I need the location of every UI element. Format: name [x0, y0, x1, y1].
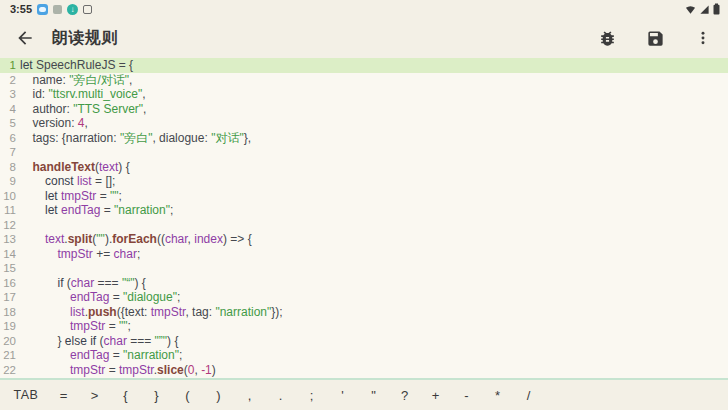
code-token-id: tmpStr	[70, 319, 105, 333]
code-token-pl: ,	[85, 116, 88, 130]
code-token-id: char	[114, 247, 137, 261]
code-token-id: char	[71, 276, 94, 290]
code-line[interactable]: 21endTag = "narration";	[0, 348, 728, 363]
line-number: 15	[0, 261, 16, 276]
code-text: let tmpStr = "";	[20, 189, 122, 204]
code-line[interactable]: 3id: "ttsrv.multi_voice",	[0, 87, 728, 102]
code-token-str: ""	[96, 232, 105, 246]
debug-button[interactable]	[596, 27, 618, 49]
overflow-menu-button[interactable]	[692, 27, 714, 49]
code-line[interactable]: 5version: 4,	[0, 116, 728, 131]
code-token-id: text	[45, 232, 64, 246]
symbol-key[interactable]: {	[110, 380, 141, 410]
symbol-key[interactable]: ,	[234, 380, 265, 410]
code-text: endTag = "dialogue";	[20, 290, 180, 305]
code-token-pl: ,	[143, 102, 146, 116]
symbol-key[interactable]: -	[451, 380, 482, 410]
code-token-str: "旁白"	[120, 131, 153, 145]
code-token-fn: split	[68, 232, 93, 246]
code-token-id: index	[194, 232, 223, 246]
code-token-fn: slice	[157, 363, 184, 377]
code-token-pl: ) {	[134, 276, 145, 290]
line-number: 7	[0, 145, 16, 160]
code-line[interactable]: 20} else if (char === "”") {	[0, 334, 728, 349]
symbol-key[interactable]: +	[420, 380, 451, 410]
line-number: 9	[0, 174, 16, 189]
code-line[interactable]: 17endTag = "dialogue";	[0, 290, 728, 305]
symbol-key[interactable]: .	[265, 380, 296, 410]
code-line[interactable]: 22tmpStr = tmpStr.slice(0, -1)	[0, 363, 728, 378]
code-token-id: text	[99, 160, 118, 174]
back-arrow-icon	[15, 28, 35, 48]
mini-app-icon	[53, 5, 62, 14]
code-line[interactable]: 7	[0, 145, 728, 160]
symbol-key[interactable]: }	[141, 380, 172, 410]
back-button[interactable]	[12, 25, 38, 51]
line-number: 13	[0, 232, 16, 247]
code-line[interactable]: 11let endTag = "narration";	[0, 203, 728, 218]
symbol-key[interactable]: /	[513, 380, 544, 410]
symbol-key[interactable]: "	[358, 380, 389, 410]
tab-key[interactable]: TAB	[4, 380, 48, 410]
code-line[interactable]: 15	[0, 261, 728, 276]
code-token-pl: }	[58, 334, 65, 348]
code-token-pl: , dialogue:	[152, 131, 211, 145]
code-token-pl: ;	[119, 189, 122, 203]
code-token-kw: const	[45, 174, 74, 188]
code-text: tmpStr = "";	[20, 319, 131, 334]
code-token-kw: let	[45, 189, 58, 203]
line-number: 2	[0, 73, 16, 88]
line-number: 14	[0, 247, 16, 262]
code-token-id: list	[70, 305, 85, 319]
line-number: 4	[0, 102, 16, 117]
code-line[interactable]: 4author: "TTS Server",	[0, 102, 728, 117]
symbol-key[interactable]: ?	[389, 380, 420, 410]
code-text: const list = [];	[20, 174, 115, 189]
code-token-pl: ;	[128, 319, 131, 333]
code-line[interactable]: 8handleText(text) {	[0, 160, 728, 175]
code-token-pl: =	[100, 203, 114, 217]
symbol-key[interactable]: ;	[296, 380, 327, 410]
code-line[interactable]: 1let SpeechRuleJS = {	[0, 58, 728, 73]
save-button[interactable]	[644, 27, 666, 49]
code-line[interactable]: 12	[0, 218, 728, 233]
code-token-pl: = [];	[92, 174, 116, 188]
symbol-key[interactable]: *	[482, 380, 513, 410]
code-token-pl: (	[96, 334, 103, 348]
line-number: 8	[0, 160, 16, 175]
code-token-str: "narration"	[123, 348, 179, 362]
code-line[interactable]: 13text.split("").forEach((char, index) =…	[0, 232, 728, 247]
code-token-pl: =	[105, 319, 119, 333]
code-line[interactable]: 18list.push({text: tmpStr, tag: "narrati…	[0, 305, 728, 320]
code-line[interactable]: 14tmpStr += char;	[0, 247, 728, 262]
code-editor[interactable]: 1let SpeechRuleJS = {2name: "旁白/对话",3id:…	[0, 58, 728, 378]
code-line[interactable]: 16if (char === "“") {	[0, 276, 728, 291]
code-token-str: "narration"	[215, 305, 271, 319]
symbol-key[interactable]: (	[172, 380, 203, 410]
code-line[interactable]: 9const list = [];	[0, 174, 728, 189]
code-text: endTag = "narration";	[20, 348, 182, 363]
code-token-pl: ;	[170, 203, 173, 217]
code-token-pl: ) {	[167, 334, 178, 348]
line-number: 11	[0, 203, 16, 218]
code-token-str: "dialogue"	[123, 290, 177, 304]
symbol-key[interactable]: )	[203, 380, 234, 410]
cellular-signal-icon	[699, 4, 710, 15]
code-token-pl: =	[109, 348, 123, 362]
code-token-pl: , tag:	[185, 305, 215, 319]
code-line[interactable]: 2name: "旁白/对话",	[0, 73, 728, 88]
bug-icon	[598, 29, 617, 48]
code-line[interactable]: 10let tmpStr = "";	[0, 189, 728, 204]
code-text: tags: {narration: "旁白", dialogue: "对话"},	[20, 131, 251, 146]
code-line[interactable]: 19tmpStr = "";	[0, 319, 728, 334]
code-line[interactable]: 6tags: {narration: "旁白", dialogue: "对话"}…	[0, 131, 728, 146]
code-token-id: tmpStr	[151, 305, 186, 319]
code-token-id: char	[104, 334, 127, 348]
symbol-key[interactable]: '	[327, 380, 358, 410]
symbol-key[interactable]: =	[48, 380, 79, 410]
code-token-pl: =	[109, 290, 123, 304]
code-token-fn: push	[88, 305, 117, 319]
code-token-pl: name:	[33, 73, 70, 87]
symbol-key[interactable]: >	[79, 380, 110, 410]
code-token-pl: },	[244, 131, 251, 145]
